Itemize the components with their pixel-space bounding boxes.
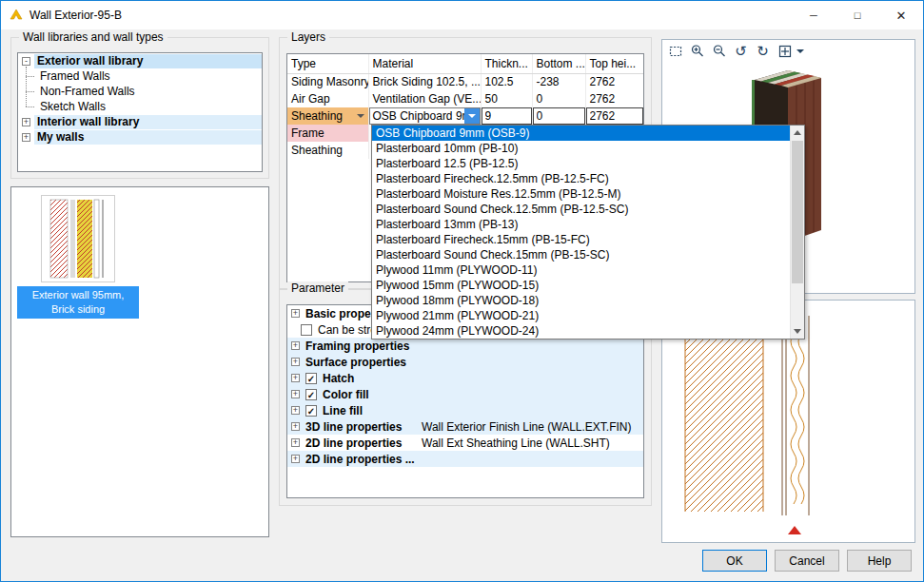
expand-icon[interactable]: + <box>22 133 30 142</box>
expand-icon[interactable]: + <box>291 406 300 415</box>
collapse-icon[interactable]: - <box>22 57 30 66</box>
expand-icon[interactable]: + <box>291 358 300 366</box>
dropdown-option[interactable]: Plywood 24mm (PLYWOOD-24) <box>372 323 804 339</box>
tree-item-interior-wall-library[interactable]: + Interior wall library <box>18 114 262 129</box>
dropdown-option[interactable]: Plasterboard Moisture Res.12.5mm (PB-12.… <box>372 186 804 202</box>
close-button[interactable]: ✕ <box>879 1 923 29</box>
dropdown-option[interactable]: Plywood 15mm (PLYWOOD-15) <box>372 278 804 293</box>
maximize-button[interactable]: □ <box>836 1 879 29</box>
scroll-up-arrow[interactable] <box>791 126 804 140</box>
tree-item-label: Framed Walls <box>37 69 113 84</box>
help-button[interactable]: Help <box>847 550 912 572</box>
section-marker-triangle <box>788 526 801 534</box>
col-header-thickness: Thickn... <box>481 54 532 73</box>
col-header-bottom: Bottom ... <box>532 54 585 73</box>
dropdown-option[interactable]: Plasterboard 12.5 (PB-12.5) <box>372 156 804 171</box>
minimize-button[interactable]: ─ <box>792 1 836 29</box>
wall-type-tree: - Exterior wall library Framed Walls Non… <box>17 52 263 172</box>
top-height-input[interactable] <box>586 107 644 125</box>
toolbar-dropdown-arrow[interactable] <box>796 49 804 53</box>
checkbox-checked[interactable]: ✓ <box>305 373 317 384</box>
param-row-line-fill[interactable]: + ✓ Line fill <box>287 402 643 418</box>
checkbox-unchecked[interactable] <box>301 324 312 336</box>
rotate-left-icon[interactable]: ↺ <box>733 43 749 59</box>
cancel-button[interactable]: Cancel <box>775 550 839 572</box>
layer-row-air-gap[interactable]: Air Gap Ventilation Gap (VE... 50 0 2762 <box>287 90 643 107</box>
expand-icon[interactable]: + <box>291 455 300 463</box>
checkbox-checked[interactable]: ✓ <box>305 405 317 417</box>
rotate-right-icon[interactable]: ↻ <box>755 43 771 59</box>
zoom-out-icon[interactable] <box>711 43 727 59</box>
tree-item-sketch-walls[interactable]: Sketch Walls <box>18 99 262 114</box>
param-row-color-fill[interactable]: + ✓ Color fill <box>287 386 643 402</box>
tree-item-my-walls[interactable]: + My walls <box>18 129 262 145</box>
tree-item-label: Non-Framed Walls <box>37 85 138 99</box>
pan-view-icon[interactable] <box>777 43 793 59</box>
titlebar[interactable]: Wall Exterior-95-B ─ □ ✕ <box>1 1 923 29</box>
zoom-window-icon[interactable] <box>667 43 683 59</box>
expand-icon[interactable]: + <box>22 118 30 126</box>
layers-header-row: Type Material Thickn... Bottom ... Top h… <box>287 54 643 73</box>
dropdown-option[interactable]: Plasterboard Firecheck.15mm (PB-15-FC) <box>372 232 804 247</box>
dropdown-option[interactable]: Plasterboard Sound Check.12.5mm (PB-12.5… <box>372 202 804 217</box>
triangle-down-icon <box>794 329 801 334</box>
bottom-height-input[interactable] <box>533 107 585 125</box>
scrollbar-thumb[interactable] <box>792 141 803 283</box>
checkbox-checked[interactable]: ✓ <box>305 389 317 400</box>
layer-row-sheathing-editing[interactable]: Sheathing OSB Chipboard 9n <box>287 107 643 125</box>
material-combobox[interactable]: OSB Chipboard 9n <box>369 107 481 125</box>
expand-icon[interactable]: + <box>291 390 300 398</box>
zoom-in-icon[interactable] <box>689 43 705 59</box>
dropdown-option[interactable]: Plasterboard 13mm (PB-13) <box>372 217 804 232</box>
param-row-hatch[interactable]: + ✓ Hatch <box>287 370 643 386</box>
param-row-2d-line-properties-more[interactable]: + 2D line properties ... <box>287 451 643 467</box>
combo-open-button[interactable] <box>464 108 480 124</box>
group-title: Wall libraries and wall types <box>19 30 167 44</box>
layer-row-siding-masonry[interactable]: Siding Masonry Brick Siding 102.5, ... 1… <box>287 73 643 90</box>
expand-icon[interactable]: + <box>291 341 300 350</box>
wall-list-panel: Exterior wall 95mm, Brick siding <box>10 186 269 537</box>
dropdown-option[interactable]: Plywood 18mm (PLYWOOD-18) <box>372 293 804 308</box>
expand-icon[interactable]: + <box>291 309 300 318</box>
dropdown-option[interactable]: Plasterboard Sound Check.15mm (PB-15-SC) <box>372 247 804 262</box>
thickness-input[interactable] <box>482 107 532 125</box>
expand-icon[interactable]: + <box>291 374 300 382</box>
preview-toolbar: ↺ ↻ <box>667 43 804 59</box>
expand-icon[interactable]: + <box>291 422 300 431</box>
tree-item-framed-walls[interactable]: Framed Walls <box>18 68 262 84</box>
tree-item-non-framed-walls[interactable]: Non-Framed Walls <box>18 84 262 99</box>
dropdown-option-selected[interactable]: OSB Chipboard 9mm (OSB-9) <box>372 126 804 141</box>
tree-item-label: Sketch Walls <box>37 100 108 114</box>
col-header-type: Type <box>287 54 368 73</box>
chevron-down-icon <box>357 114 364 118</box>
wall-libraries-group: Wall libraries and wall types - Exterior… <box>10 37 269 179</box>
layer-type-combobox[interactable]: Sheathing <box>287 107 368 125</box>
param-row-2d-line-properties[interactable]: + 2D line properties Wall Ext Sheathing … <box>287 435 643 451</box>
dropdown-option[interactable]: Plywood 11mm (PLYWOOD-11) <box>372 262 804 278</box>
triangle-up-icon <box>794 130 801 135</box>
tree-children: Framed Walls Non-Framed Walls Sketch Wal… <box>18 68 262 114</box>
tree-item-label: Interior wall library <box>34 115 262 129</box>
dropdown-option[interactable]: Plywood 21mm (PLYWOOD-21) <box>372 308 804 323</box>
wall-list-item-selected[interactable]: Exterior wall 95mm, Brick siding <box>17 193 139 319</box>
tree-item-exterior-wall-library[interactable]: - Exterior wall library <box>18 53 262 68</box>
dropdown-scrollbar[interactable] <box>790 126 804 339</box>
dropdown-option[interactable]: Plasterboard 10mm (PB-10) <box>372 141 804 156</box>
col-header-material: Material <box>368 54 481 73</box>
ok-button[interactable]: OK <box>702 550 767 572</box>
group-title: Parameter <box>287 281 348 295</box>
wall-item-caption: Exterior wall 95mm, Brick siding <box>17 286 139 319</box>
window-title: Wall Exterior-95-B <box>29 9 122 22</box>
param-row-surface-properties[interactable]: + Surface properties <box>287 354 643 370</box>
app-icon <box>9 8 24 23</box>
scroll-down-arrow[interactable] <box>791 324 804 339</box>
wall-thumbnail <box>41 195 115 282</box>
group-title: Layers <box>287 30 329 44</box>
tree-item-label: Exterior wall library <box>34 54 262 68</box>
material-dropdown-list: OSB Chipboard 9mm (OSB-9) Plasterboard 1… <box>371 125 805 340</box>
param-row-3d-line-properties[interactable]: + 3D line properties Wall Exterior Finis… <box>287 418 643 435</box>
chevron-down-icon <box>468 114 476 118</box>
param-row-framing-properties[interactable]: + Framing properties <box>287 338 643 354</box>
dropdown-option[interactable]: Plasterboard Firecheck.12.5mm (PB-12.5-F… <box>372 171 804 186</box>
expand-icon[interactable]: + <box>291 438 300 447</box>
